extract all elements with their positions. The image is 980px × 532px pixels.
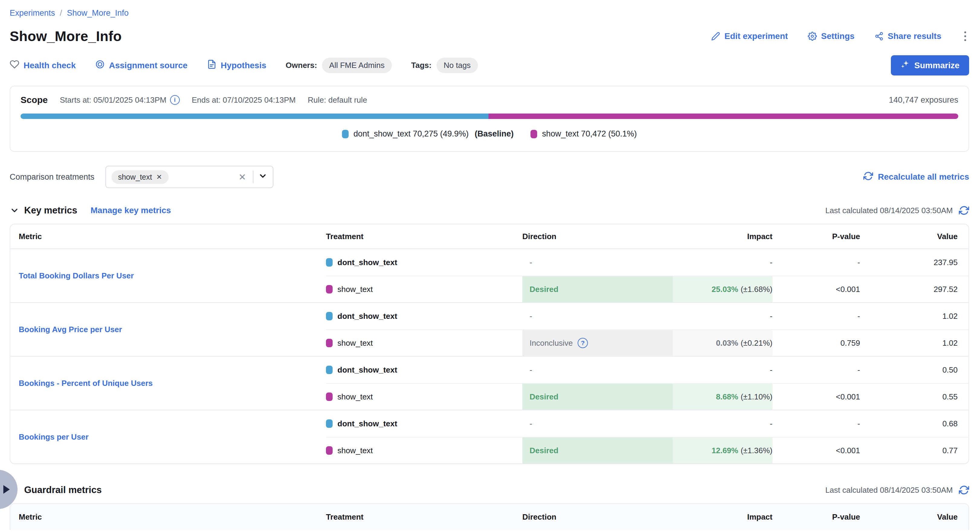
- comparison-treatments-row: Comparison treatments show_text ✕ ✕ Reca…: [10, 166, 969, 188]
- settings-button[interactable]: Settings: [808, 32, 854, 41]
- target-icon: [95, 59, 105, 71]
- select-clear-icon[interactable]: ✕: [237, 172, 248, 183]
- direction-badge: Desired: [522, 276, 673, 302]
- refresh-icon[interactable]: [959, 205, 969, 216]
- table-row: show_text Desired 25.03%(±1.68%) <0.001 …: [326, 276, 969, 302]
- heart-icon: [10, 59, 19, 71]
- share-icon: [875, 32, 884, 41]
- legend-comparison: show_text 70,472 (50.1%): [530, 129, 637, 138]
- tags-label: Tags:: [411, 61, 431, 70]
- scope-row: Scope Starts at: 05/01/2025 04:13PM i En…: [21, 95, 958, 105]
- col-p-value: P-value: [772, 512, 860, 522]
- breadcrumb-experiments-link[interactable]: Experiments: [10, 8, 55, 18]
- settings-label: Settings: [821, 32, 854, 41]
- table-row: dont_show_text - - - 1.02: [326, 303, 969, 329]
- table-row: dont_show_text - - - 0.50: [326, 357, 969, 383]
- key-metrics-last-calculated: Last calculated 08/14/2025 03:50AM: [825, 205, 969, 216]
- breadcrumb-current-link[interactable]: Show_More_Info: [67, 8, 129, 18]
- direction-badge: Desired: [522, 384, 673, 410]
- scope-ends-at: Ends at: 07/10/2025 04:13PM: [192, 95, 296, 105]
- baseline-swatch: [326, 258, 332, 267]
- title-row: Show_More_Info Edit experiment Settings …: [10, 28, 969, 44]
- question-icon[interactable]: ?: [578, 338, 588, 348]
- comparison-swatch: [530, 130, 537, 138]
- guardrail-last-calculated: Last calculated 08/14/2025 03:50AM: [825, 485, 969, 495]
- treatment-select[interactable]: show_text ✕ ✕: [105, 166, 274, 188]
- pencil-icon: [711, 32, 720, 41]
- hypothesis-link[interactable]: Hypothesis: [207, 59, 266, 71]
- gear-icon: [808, 32, 817, 41]
- assignment-source-label: Assignment source: [109, 61, 188, 70]
- share-results-button[interactable]: Share results: [875, 32, 941, 41]
- metric-group: Bookings - Percent of Unique Users dont_…: [10, 356, 969, 410]
- table-row: show_text Desired 12.69%(±1.36%) <0.001 …: [326, 437, 969, 464]
- collapse-chevron-icon[interactable]: [10, 206, 19, 215]
- health-check-link[interactable]: Health check: [10, 59, 76, 71]
- col-treatment: Treatment: [326, 232, 522, 241]
- page-title: Show_More_Info: [10, 28, 122, 44]
- col-p-value: P-value: [772, 232, 860, 241]
- assignment-source-link[interactable]: Assignment source: [95, 59, 188, 71]
- play-icon: [2, 484, 11, 495]
- metric-link[interactable]: Bookings - Percent of Unique Users: [19, 379, 153, 388]
- col-direction: Direction: [522, 232, 673, 241]
- experiment-page: Experiments / Show_More_Info Show_More_I…: [0, 0, 980, 530]
- metric-link[interactable]: Booking Avg Price per User: [19, 325, 122, 334]
- baseline-tag: (Baseline): [475, 129, 514, 138]
- breadcrumb-separator: /: [60, 8, 62, 18]
- select-divider: [253, 171, 253, 183]
- more-options-button[interactable]: [961, 30, 969, 43]
- comparison-swatch: [326, 392, 332, 401]
- guardrail-metrics-title: Guardrail metrics: [24, 484, 102, 495]
- exposure-legend: dont_show_text 70,275 (49.9%) (Baseline)…: [21, 129, 958, 138]
- chevron-down-icon[interactable]: [258, 172, 267, 183]
- direction-badge: Inconclusive ?: [522, 330, 673, 356]
- share-results-label: Share results: [888, 32, 941, 41]
- col-impact: Impact: [673, 512, 772, 522]
- col-value: Value: [860, 512, 969, 522]
- owners-pill[interactable]: All FME Admins: [322, 58, 392, 73]
- edit-experiment-button[interactable]: Edit experiment: [711, 32, 788, 41]
- table-row: dont_show_text - - - 237.95: [326, 249, 969, 276]
- treatment-chip[interactable]: show_text ✕: [111, 170, 169, 184]
- manage-key-metrics-link[interactable]: Manage key metrics: [91, 206, 171, 215]
- table-header: Metric Treatment Direction Impact P-valu…: [10, 504, 969, 530]
- title-actions: Edit experiment Settings Share results: [711, 30, 969, 43]
- summarize-label: Summarize: [915, 61, 959, 70]
- owners-label: Owners:: [286, 61, 317, 70]
- exposure-bar: [21, 114, 958, 119]
- document-icon: [207, 59, 216, 71]
- tags-field: Tags: No tags: [411, 58, 478, 73]
- comparison-swatch: [326, 339, 332, 347]
- exposure-bar-baseline: [21, 114, 488, 119]
- baseline-swatch: [326, 312, 332, 320]
- tags-pill[interactable]: No tags: [436, 58, 478, 73]
- metric-link[interactable]: Total Booking Dollars Per User: [19, 271, 134, 281]
- key-metrics-header: Key metrics Manage key metrics Last calc…: [10, 205, 969, 216]
- metric-group: Booking Avg Price per User dont_show_tex…: [10, 302, 969, 356]
- scope-rule: Rule: default rule: [308, 95, 368, 105]
- metric-link[interactable]: Bookings per User: [19, 432, 89, 442]
- col-treatment: Treatment: [326, 512, 522, 522]
- comparison-swatch: [326, 446, 332, 455]
- recalculate-label: Recalculate all metrics: [878, 172, 969, 182]
- info-icon[interactable]: i: [170, 95, 180, 105]
- health-check-label: Health check: [24, 61, 76, 70]
- summarize-button[interactable]: Summarize: [891, 55, 969, 75]
- scope-title: Scope: [21, 95, 48, 105]
- scope-starts-at: Starts at: 05/01/2025 04:13PM i: [60, 95, 180, 105]
- col-value: Value: [860, 232, 969, 241]
- comparison-swatch: [326, 285, 332, 294]
- legend-baseline: dont_show_text 70,275 (49.9%) (Baseline): [342, 129, 514, 138]
- comparison-treatments-label: Comparison treatments: [10, 172, 95, 182]
- chip-remove-icon[interactable]: ✕: [156, 173, 162, 181]
- owners-field: Owners: All FME Admins: [286, 58, 392, 73]
- guardrail-metrics-table: Metric Treatment Direction Impact P-valu…: [10, 503, 969, 530]
- meta-row: Health check Assignment source Hypothesi…: [10, 55, 969, 75]
- table-row: show_text Inconclusive ? 0.03%(±0.21%) 0…: [326, 329, 969, 356]
- edit-experiment-label: Edit experiment: [724, 32, 788, 41]
- guardrail-metrics-header: Guardrail metrics Last calculated 08/14/…: [10, 484, 969, 495]
- recalculate-all-metrics-button[interactable]: Recalculate all metrics: [863, 171, 969, 183]
- col-impact: Impact: [673, 232, 772, 241]
- refresh-icon[interactable]: [959, 485, 969, 495]
